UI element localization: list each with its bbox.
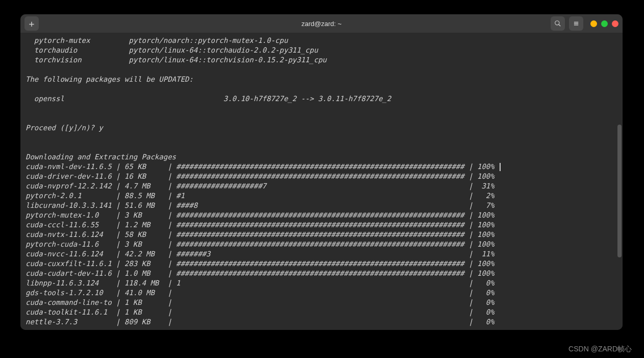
menu-button[interactable]: ≡ <box>569 16 583 31</box>
minimize-button[interactable] <box>590 20 597 27</box>
titlebar-controls: ≡ <box>551 16 618 31</box>
traffic-lights <box>590 20 618 27</box>
search-button[interactable] <box>551 16 565 31</box>
maximize-button[interactable] <box>601 20 608 27</box>
new-tab-button[interactable]: + <box>24 16 39 31</box>
scrollbar[interactable] <box>617 125 622 257</box>
svg-line-1 <box>559 25 561 27</box>
terminal-output: pytorch-mutex pytorch/noarch::pytorch-mu… <box>26 36 617 327</box>
titlebar: + zard@zard: ~ ≡ <box>20 14 623 33</box>
svg-point-0 <box>555 21 559 25</box>
terminal-content[interactable]: pytorch-mutex pytorch/noarch::pytorch-mu… <box>20 33 623 330</box>
terminal-window: + zard@zard: ~ ≡ pytorch-mutex pytorch/n… <box>20 14 623 330</box>
close-button[interactable] <box>612 20 618 27</box>
window-title: zard@zard: ~ <box>302 20 342 28</box>
watermark: CSDN @ZARD帧心 <box>568 345 632 354</box>
